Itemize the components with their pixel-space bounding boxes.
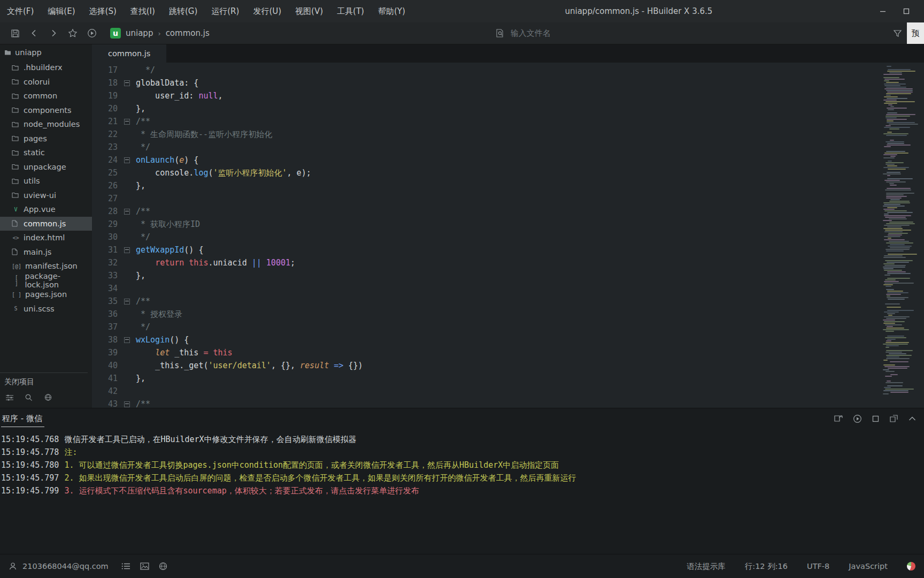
fold-marker-icon[interactable] bbox=[124, 247, 130, 253]
search-icon[interactable] bbox=[25, 393, 33, 401]
encoding[interactable]: UTF-8 bbox=[807, 562, 829, 571]
menu-item[interactable]: 运行(R) bbox=[204, 0, 246, 22]
tree-item[interactable]: utils bbox=[0, 174, 92, 188]
minimap[interactable] bbox=[879, 63, 924, 408]
tree-item[interactable]: pages bbox=[0, 132, 92, 146]
browser-icon[interactable] bbox=[159, 562, 167, 571]
code-line[interactable]: 30 */ bbox=[92, 231, 879, 244]
tree-item[interactable]: node_modules bbox=[0, 117, 92, 132]
tree-item[interactable]: unpackage bbox=[0, 160, 92, 174]
code-line[interactable]: 43/** bbox=[92, 398, 879, 408]
tree-item[interactable]: [ ]package-lock.json bbox=[0, 273, 92, 288]
fold-marker-icon[interactable] bbox=[124, 157, 130, 163]
code-line[interactable]: 22 * 生命周期函数--监听小程序初始化 bbox=[92, 128, 879, 141]
tree-item[interactable]: main.js bbox=[0, 245, 92, 260]
collapse-panel-icon[interactable] bbox=[908, 415, 917, 422]
menu-item[interactable]: 文件(F) bbox=[0, 0, 41, 22]
file-search-input[interactable] bbox=[510, 28, 592, 39]
breadcrumb-file[interactable]: common.js bbox=[166, 28, 210, 38]
code-line[interactable]: 32 return this.uniacid || 10001; bbox=[92, 256, 879, 269]
tree-item[interactable]: common.js bbox=[0, 217, 92, 231]
fold-marker-icon[interactable] bbox=[124, 299, 130, 305]
community-logo-icon[interactable] bbox=[907, 562, 915, 571]
breadcrumb-project[interactable]: uniapp bbox=[126, 28, 153, 38]
globe-icon[interactable] bbox=[44, 393, 52, 401]
menu-item[interactable]: 跳转(G) bbox=[162, 0, 204, 22]
code-line[interactable]: 37 */ bbox=[92, 321, 879, 333]
forward-button[interactable] bbox=[44, 25, 63, 41]
account-area[interactable]: 2103668044@qq.com bbox=[9, 562, 109, 571]
tree-item[interactable]: <>index.html bbox=[0, 231, 92, 245]
open-in-browser-icon[interactable] bbox=[834, 414, 843, 423]
run-button[interactable] bbox=[82, 25, 102, 41]
menu-item[interactable]: 发行(U) bbox=[246, 0, 288, 22]
fold-marker-icon[interactable] bbox=[124, 119, 130, 125]
stop-icon[interactable] bbox=[872, 415, 880, 423]
code-line[interactable]: 34 bbox=[92, 282, 879, 295]
code-line[interactable]: 19 user_id: null, bbox=[92, 89, 879, 102]
image-icon[interactable] bbox=[140, 562, 149, 570]
detach-panel-icon[interactable] bbox=[889, 414, 898, 423]
syntax-lib[interactable]: 语法提示库 bbox=[687, 561, 726, 572]
code-line[interactable]: 24onLaunch(e) { bbox=[92, 154, 879, 166]
tree-item[interactable]: common bbox=[0, 89, 92, 103]
code-line[interactable]: 28/** bbox=[92, 205, 879, 218]
tree-item[interactable]: uview-ui bbox=[0, 188, 92, 203]
console-output[interactable]: 15:19:45.768微信开发者工具已启动，在HBuilderX中修改文件并保… bbox=[0, 429, 924, 497]
code-line[interactable]: 17 */ bbox=[92, 64, 879, 77]
code-line[interactable]: 42 bbox=[92, 385, 879, 398]
tree-item[interactable]: components bbox=[0, 103, 92, 118]
code-line[interactable]: 35/** bbox=[92, 295, 879, 308]
code-line[interactable]: 39 let _this = this bbox=[92, 346, 879, 359]
menu-item[interactable]: 视图(V) bbox=[288, 0, 330, 22]
file-search-box[interactable] bbox=[495, 28, 602, 39]
menu-item[interactable]: 工具(T) bbox=[330, 0, 371, 22]
fold-marker-icon[interactable] bbox=[124, 337, 130, 343]
code-line[interactable]: 31getWxappId() { bbox=[92, 244, 879, 256]
code-line[interactable]: 25 console.log('监听小程序初始化', e); bbox=[92, 166, 879, 179]
fold-marker-icon[interactable] bbox=[124, 80, 130, 86]
code-line[interactable]: 23 */ bbox=[92, 141, 879, 154]
fold-marker-icon[interactable] bbox=[124, 209, 130, 215]
outline-list-icon[interactable] bbox=[121, 562, 130, 570]
preview-button[interactable]: 预 bbox=[907, 22, 924, 44]
menu-item[interactable]: 编辑(E) bbox=[41, 0, 82, 22]
code-line[interactable]: 20}, bbox=[92, 102, 879, 115]
tree-item[interactable]: Suni.scss bbox=[0, 302, 92, 316]
back-button[interactable] bbox=[25, 25, 44, 41]
menu-item[interactable]: 选择(S) bbox=[82, 0, 124, 22]
tree-item[interactable]: colorui bbox=[0, 75, 92, 89]
code-line[interactable]: 38wxLogin() { bbox=[92, 333, 879, 346]
language[interactable]: JavaScript bbox=[849, 562, 888, 571]
cursor-position[interactable]: 行:12 列:16 bbox=[745, 561, 788, 572]
editor-tab-common-js[interactable]: common.js bbox=[92, 44, 166, 63]
fold-marker-icon[interactable] bbox=[124, 401, 130, 407]
code-line[interactable]: 27 bbox=[92, 192, 879, 205]
tree-item[interactable]: [ ]pages.json bbox=[0, 287, 92, 302]
favorite-button[interactable] bbox=[63, 25, 82, 41]
tree-item[interactable]: [@]manifest.json bbox=[0, 259, 92, 273]
code-line[interactable]: 29 * 获取小程序ID bbox=[92, 218, 879, 231]
menu-item[interactable]: 查找(I) bbox=[124, 0, 162, 22]
settings-icon[interactable] bbox=[5, 393, 14, 401]
code-line[interactable]: 41}, bbox=[92, 372, 879, 385]
maximize-button[interactable] bbox=[903, 7, 910, 15]
code-line[interactable]: 36 * 授权登录 bbox=[92, 308, 879, 321]
tree-item[interactable]: .hbuilderx bbox=[0, 60, 92, 75]
code-line[interactable]: 26}, bbox=[92, 179, 879, 192]
tree-item[interactable]: static bbox=[0, 146, 92, 160]
console-tab[interactable]: 程序 - 微信 bbox=[1, 410, 44, 427]
code-line[interactable]: 40 _this._get('user/detail', {}, result … bbox=[92, 359, 879, 372]
closed-projects-label[interactable]: 关闭项目 bbox=[0, 377, 92, 387]
menu-item[interactable]: 帮助(Y) bbox=[371, 0, 412, 22]
code-area[interactable]: 17 */18globalData: {19 user_id: null,20}… bbox=[92, 63, 879, 408]
minimize-button[interactable] bbox=[879, 7, 887, 15]
save-button[interactable] bbox=[5, 25, 25, 41]
code-line[interactable]: 33}, bbox=[92, 269, 879, 282]
filter-button[interactable] bbox=[888, 25, 907, 41]
rerun-icon[interactable] bbox=[853, 414, 862, 423]
code-line[interactable]: 18globalData: { bbox=[92, 77, 879, 89]
code-line[interactable]: 21/** bbox=[92, 115, 879, 128]
project-root[interactable]: uniapp bbox=[0, 44, 92, 60]
tree-item[interactable]: VApp.vue bbox=[0, 202, 92, 217]
